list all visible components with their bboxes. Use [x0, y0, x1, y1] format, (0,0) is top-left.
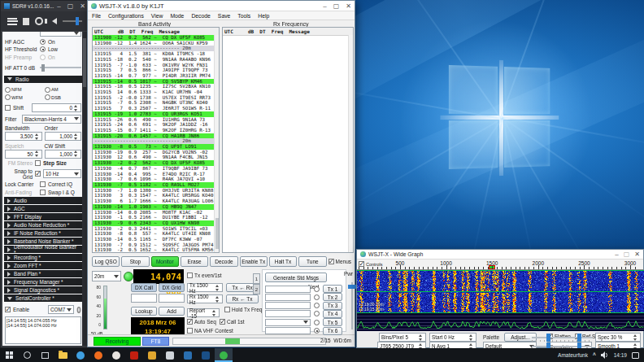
decode-row[interactable]: 131930 -14 0.4 995 ~ E74DO R2IC R-17 — [93, 172, 214, 177]
shift-checkbox[interactable] — [5, 105, 11, 111]
dx-grid-input[interactable] — [159, 294, 185, 303]
volume-icon[interactable] — [601, 351, 609, 359]
decode-row[interactable]: 131930 -1 0.5 2166 ~ DU1YBE F1BBI -12 — [93, 215, 214, 220]
decode-row[interactable]: 131930 -8 0.5 73 ~ CQ UF9T LO91 — [93, 144, 214, 150]
mode-am[interactable]: AM — [45, 87, 84, 93]
decode-row[interactable]: 131915 -20 0.6 1457 ~ CQ HA1RB JN86 — [93, 133, 214, 139]
hf-agc-on-radio[interactable] — [40, 39, 46, 45]
wsjtx-titlebar[interactable]: WSJT-X v1.8.0 by K1JT –▢✕ — [88, 1, 355, 11]
step-size-dropdown[interactable]: 10 Hz — [43, 169, 81, 178]
enable-tx-button[interactable]: Enable Tx — [240, 256, 268, 267]
add-button[interactable]: Add — [159, 307, 185, 316]
decode-row[interactable]: 131930 -19 0.9 257 ~ DG2YCB VO2NS -02 — [93, 150, 214, 155]
menu-help[interactable]: Help — [258, 13, 269, 19]
hold-tx-checkbox[interactable] — [224, 307, 230, 312]
minimize-icon[interactable]: – — [615, 251, 618, 258]
clipped-dropdown[interactable] — [40, 32, 81, 37]
monitor-button[interactable]: Monitor — [151, 256, 179, 267]
tx-next-radio-1[interactable] — [314, 286, 320, 292]
decode-row[interactable]: 131930 -2 0.3 2441 ~ SO1WS IT9CIL +03 — [93, 226, 214, 232]
section-agc[interactable]: AGC — [4, 205, 82, 212]
tx-next-radio-4[interactable] — [314, 311, 320, 316]
decode-row[interactable]: 131930 -8 0.8 557 ~ KA4TLC UT4IE KN08 — [93, 231, 214, 237]
controls-checkbox[interactable] — [359, 261, 364, 267]
tx-next-radio-6[interactable] — [314, 328, 320, 334]
decode-row[interactable]: 131915 7 0.3 2507 ~ JE6RJT SO1WS R-11 — [93, 106, 214, 111]
mode-radio-am[interactable] — [45, 87, 50, 93]
log-qso-button[interactable]: Log QSO — [92, 256, 120, 267]
dx-call-button[interactable]: DX Call — [131, 283, 157, 292]
notification-center-icon[interactable] — [632, 352, 639, 359]
tx-message-field-4[interactable] — [265, 310, 311, 317]
decode-row[interactable]: 131930 -14 0.5 1165 ~ DF7FC K3WW -07 — [93, 237, 214, 242]
serial-settings-icon[interactable] — [77, 307, 81, 313]
taskbar-clock[interactable]: 14:19 — [614, 352, 627, 358]
decode-row[interactable]: 131915 -19 1.0 2783 ~ CQ UR3RGS KO51 — [93, 111, 214, 117]
decode-row[interactable]: 131930 -14 0.0 2085 ~ MO8TF K1AC -02 — [93, 210, 214, 216]
decode-row[interactable]: 131930 -2 0.2 562 ~ CQ DX UF5F KO85 — [93, 160, 214, 166]
tx-message-field-2[interactable] — [265, 294, 311, 301]
stop-button[interactable]: Stop — [121, 256, 149, 267]
generate-std-msgs-button[interactable]: Generate Std Msgs — [265, 273, 327, 282]
cortana-taskbar-icon[interactable] — [18, 348, 36, 362]
tx-message-field-5[interactable] — [265, 319, 311, 326]
tune-button[interactable]: Tune — [298, 256, 326, 267]
waterfall[interactable]: 13:19:30 20m — [357, 270, 644, 313]
section-frequency-manager-[interactable]: Frequency Manager * — [4, 278, 82, 286]
close-icon[interactable]: ✕ — [80, 2, 85, 10]
section-if-noise-reduction-[interactable]: IF Noise Reduction * — [4, 229, 82, 237]
menu-save[interactable]: Save — [218, 13, 231, 19]
decode-row[interactable]: 131930 -9 0.6 2343 ~ CQ UX1HW KN98 — [93, 220, 214, 226]
chevron-up-icon[interactable]: ^ — [593, 352, 596, 358]
tx-message-field-6[interactable] — [265, 327, 311, 334]
spectrum-gain-slider[interactable] — [532, 346, 592, 347]
lock-carrier-checkbox[interactable] — [40, 181, 46, 187]
start-taskbar-icon[interactable] — [0, 348, 18, 362]
mode-radio-wfm[interactable] — [5, 94, 11, 100]
tx-even-checkbox[interactable] — [187, 273, 193, 278]
serial-port-dropdown[interactable]: COM7 — [48, 305, 74, 314]
decode-row[interactable]: 131915 -14 0.5 1017 ~ CQ SV5BYP KM46 — [93, 79, 214, 85]
menu-view[interactable]: View — [151, 13, 163, 19]
mode-nfm[interactable]: NFM — [5, 87, 44, 93]
pwr-slider-thumb[interactable] — [348, 285, 356, 289]
close-icon[interactable]: ✕ — [634, 251, 640, 258]
zero-slider-thumb[interactable] — [577, 334, 581, 342]
mode-wfm[interactable]: WFM — [5, 94, 44, 100]
edge-taskbar-icon[interactable] — [72, 348, 89, 362]
menu-file[interactable]: File — [92, 13, 101, 19]
tx-next-radio-2[interactable] — [314, 294, 320, 300]
speaker-icon[interactable] — [52, 18, 57, 24]
maximize-icon[interactable]: ▢ — [67, 2, 74, 10]
decode-row[interactable]: 131915 -14 0.7 977 ~ PI4DR JR3IIR PM74 — [93, 73, 214, 79]
radio-section-header[interactable]: Radio — [4, 76, 82, 83]
decode-row[interactable]: 131915 -15 0.7 1411 ~ 9K2OF IZ0HRG R-13 — [93, 128, 214, 133]
serial-enable-checkbox[interactable] — [5, 307, 11, 312]
app-globe-taskbar-icon[interactable] — [179, 348, 197, 362]
section-demodulator-noise-blanker-[interactable]: Demodulator Noise Blanker * — [4, 246, 82, 253]
menus-checkbox[interactable] — [329, 259, 334, 264]
snap-checkbox[interactable] — [35, 171, 41, 177]
tx-next-radio-3[interactable] — [314, 303, 320, 308]
section-audio[interactable]: Audio — [4, 197, 82, 204]
dx-grid-button[interactable]: DX Grid — [159, 283, 185, 292]
decode-row[interactable]: 131915 -18 0.5 1235 ~ IZ7SC SV2BXA KN10 — [93, 84, 214, 89]
decode-row[interactable]: 131930 -7 0.9 1512 ~ SQ9SFC JA3GOS PM74 — [93, 242, 214, 248]
menu-decode[interactable]: Decode — [191, 13, 210, 19]
band-selector[interactable]: 20m — [92, 271, 121, 281]
app-yellow-taskbar-icon[interactable] — [143, 348, 161, 362]
na-vhf-checkbox[interactable] — [187, 328, 193, 334]
rx-from-tx-button[interactable]: Rx ← Tx — [226, 294, 259, 303]
app-darkblue-taskbar-icon[interactable] — [197, 348, 215, 362]
file-explorer-taskbar-icon[interactable] — [54, 348, 72, 362]
minimize-icon[interactable]: – — [323, 2, 326, 10]
decode-row[interactable]: 131930 -7 1.0 1380 ~ OH3JVE UR3ITA KN88 — [93, 188, 214, 194]
section-signal-diagnostics-[interactable]: Signal Diagnostics * — [4, 286, 82, 294]
decode-row[interactable]: 131930 -7 0.5 1182 ~ CQ RA9LL MO27 — [93, 182, 214, 188]
decode-row[interactable]: 131915 7 0.5 866 ~ JA9IPF IT9QPF 73 — [93, 68, 214, 73]
decode-row[interactable]: 131900 -12 1.4 1624 ~ OO6A SA1CKU KP59 — [93, 41, 214, 46]
firefox-taskbar-icon[interactable] — [89, 348, 107, 362]
hf-att-slider[interactable] — [40, 67, 81, 68]
tx-next-radio-5[interactable] — [314, 320, 320, 325]
app-gray-taskbar-icon[interactable] — [161, 348, 179, 362]
